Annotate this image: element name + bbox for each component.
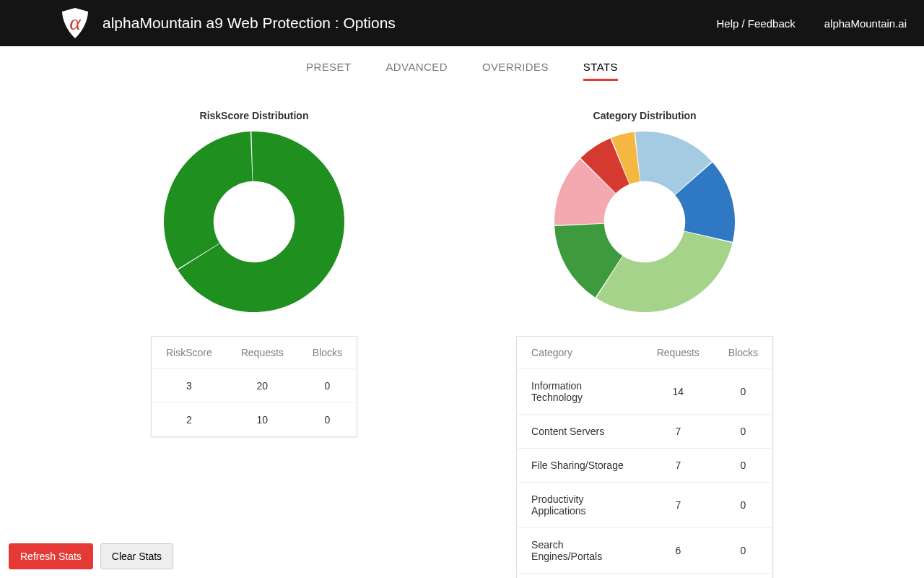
tab-preset[interactable]: PRESET xyxy=(306,61,351,81)
table-row: Content Servers70 xyxy=(517,415,773,449)
riskscore-section: RiskScore Distribution RiskScore Request… xyxy=(151,110,357,578)
svg-text:α: α xyxy=(69,10,82,34)
content-scroll[interactable]: PRESET ADVANCED OVERRIDES STATS RiskScor… xyxy=(0,46,924,578)
footer-buttons: Refresh Stats Clear Stats xyxy=(9,543,173,569)
table-row: Information Technology140 xyxy=(517,369,773,415)
table-row: Productivity Applications70 xyxy=(517,483,773,528)
tab-overrides[interactable]: OVERRIDES xyxy=(482,61,549,81)
alphamountain-site-link[interactable]: alphaMountain.ai xyxy=(824,17,907,30)
riskscore-col-blocks: Blocks xyxy=(298,337,357,369)
table-row: File Sharing/Storage70 xyxy=(517,449,773,483)
category-col-requests: Requests xyxy=(642,337,714,369)
tab-advanced[interactable]: ADVANCED xyxy=(385,61,447,81)
tab-bar: PRESET ADVANCED OVERRIDES STATS xyxy=(0,46,924,81)
riskscore-chart-title: RiskScore Distribution xyxy=(200,110,309,121)
table-row: 3200 xyxy=(151,369,357,403)
help-feedback-link[interactable]: Help / Feedback xyxy=(717,17,796,30)
top-bar: α alphaMountain a9 Web Protection : Opti… xyxy=(0,0,924,46)
table-row: Shopping30 xyxy=(517,574,773,579)
refresh-stats-button[interactable]: Refresh Stats xyxy=(9,543,93,569)
category-table: Category Requests Blocks Information Tec… xyxy=(516,336,773,578)
category-chart-title: Category Distribution xyxy=(593,110,697,121)
riskscore-col-score: RiskScore xyxy=(151,337,226,369)
category-col-name: Category xyxy=(517,337,642,369)
category-section: Category Distribution Category Requests … xyxy=(516,110,773,578)
riskscore-chart xyxy=(162,130,346,316)
clear-stats-button[interactable]: Clear Stats xyxy=(100,543,173,569)
app-logo-icon: α xyxy=(58,6,92,40)
page-title: alphaMountain a9 Web Protection : Option… xyxy=(103,14,396,32)
category-col-blocks: Blocks xyxy=(714,337,773,369)
tab-stats[interactable]: STATS xyxy=(583,61,618,81)
riskscore-col-requests: Requests xyxy=(227,337,298,369)
table-row: Search Engines/Portals60 xyxy=(517,528,773,574)
category-chart xyxy=(553,130,736,316)
riskscore-table: RiskScore Requests Blocks 32002100 xyxy=(151,336,357,437)
table-row: 2100 xyxy=(151,403,357,437)
